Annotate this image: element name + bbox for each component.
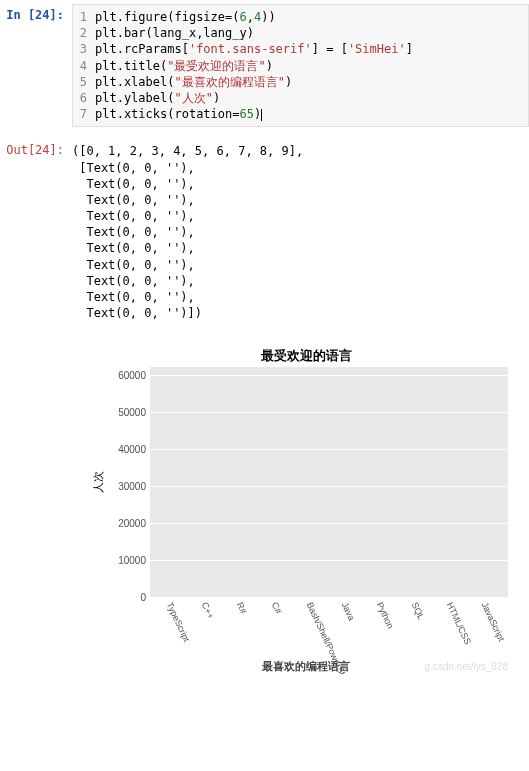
chart-gridline [150,523,508,524]
out-prompt: Out[24]: [0,139,72,325]
line-number: 7 [73,106,95,122]
cursor-caret [261,109,262,121]
chart-gridline [150,486,508,487]
code-line: 4plt.title("最受欢迎的语言") [73,58,522,74]
code-content: plt.title("最受欢迎的语言") [95,58,273,74]
chart-bars: TypeScriptC++R#C#Bash/Shell/PowerShellJa… [150,367,508,597]
code-content: plt.ylabel("人次") [95,90,220,106]
chart: 最受欢迎的语言 人次 TypeScriptC++R#C#Bash/Shell/P… [96,341,516,674]
chart-gridline [150,412,508,413]
in-prompt: In [24]: [0,4,72,127]
code-content: plt.xticks(rotation=65) [95,106,262,122]
chart-gridline [150,560,508,561]
code-line: 7plt.xticks(rotation=65) [73,106,522,122]
chart-ytick: 40000 [100,443,146,454]
code-line: 3plt.rcParams['font.sans-serif'] = ['Sim… [73,41,522,57]
code-line: 5plt.xlabel("最喜欢的编程语言") [73,74,522,90]
output-cell: Out[24]: ([0, 1, 2, 3, 4, 5, 6, 7, 8, 9]… [0,135,529,333]
line-number: 5 [73,74,95,90]
chart-gridline [150,449,508,450]
chart-ytick: 30000 [100,481,146,492]
output-text: ([0, 1, 2, 3, 4, 5, 6, 7, 8, 9], [Text(0… [72,139,529,325]
chart-plot-area: TypeScriptC++R#C#Bash/Shell/PowerShellJa… [150,367,508,597]
chart-ytick: 10000 [100,555,146,566]
code-line: 6plt.ylabel("人次") [73,90,522,106]
code-content: plt.bar(lang_x,lang_y) [95,25,254,41]
chart-ytick: 20000 [100,518,146,529]
chart-ytick: 60000 [100,369,146,380]
input-cell: In [24]: 1plt.figure(figsize=(6,4))2plt.… [0,0,529,135]
chart-title: 最受欢迎的语言 [96,341,516,367]
code-content: plt.figure(figsize=(6,4)) [95,9,276,25]
chart-ytick: 50000 [100,406,146,417]
code-line: 2plt.bar(lang_x,lang_y) [73,25,522,41]
line-number: 1 [73,9,95,25]
line-number: 3 [73,41,95,57]
code-line: 1plt.figure(figsize=(6,4)) [73,9,522,25]
line-number: 6 [73,90,95,106]
chart-gridline [150,597,508,598]
line-number: 4 [73,58,95,74]
chart-gridline [150,375,508,376]
code-input-area[interactable]: 1plt.figure(figsize=(6,4))2plt.bar(lang_… [72,4,529,127]
line-number: 2 [73,25,95,41]
code-content: plt.xlabel("最喜欢的编程语言") [95,74,292,90]
chart-ytick: 0 [100,592,146,603]
code-content: plt.rcParams['font.sans-serif'] = ['SimH… [95,41,413,57]
